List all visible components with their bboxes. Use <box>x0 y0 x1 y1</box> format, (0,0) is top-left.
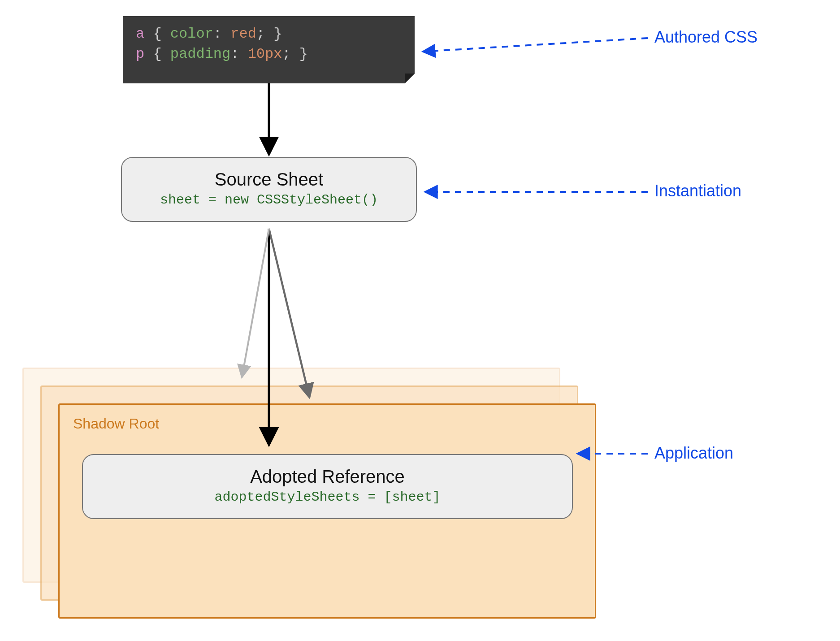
arrow-annotation-authored <box>424 38 648 52</box>
css-selector: p <box>136 46 144 62</box>
shadow-root-card-front: Shadow Root Adopted Reference adoptedSty… <box>58 403 596 619</box>
css-value: red <box>230 26 256 42</box>
adopted-reference-code: adoptedStyleSheets = [sheet] <box>92 489 563 505</box>
source-sheet-title: Source Sheet <box>131 169 407 190</box>
css-value: 10px <box>248 46 282 62</box>
css-brace: { <box>144 46 170 62</box>
css-property: padding <box>170 46 230 62</box>
css-colon: : <box>213 26 230 42</box>
css-colon: : <box>230 46 247 62</box>
code-line-1: a { color: red; } <box>136 24 402 44</box>
arrow-source-to-back <box>242 229 269 377</box>
diagram-stage: a { color: red; } p { padding: 10px; } S… <box>0 0 840 641</box>
annotation-application: Application <box>654 444 733 463</box>
css-property: color <box>170 26 213 42</box>
css-end: ; } <box>256 26 282 42</box>
css-brace: { <box>144 26 170 42</box>
adopted-reference-node: Adopted Reference adoptedStyleSheets = [… <box>82 454 573 519</box>
css-end: ; } <box>282 46 308 62</box>
code-line-2: p { padding: 10px; } <box>136 44 402 65</box>
shadow-root-label: Shadow Root <box>73 416 581 432</box>
annotation-instantiation: Instantiation <box>654 182 741 200</box>
source-sheet-code: sheet = new CSSStyleSheet() <box>131 192 407 208</box>
css-selector: a <box>136 26 144 42</box>
annotation-authored-css: Authored CSS <box>654 28 758 47</box>
dog-ear-shadow-icon <box>405 74 415 83</box>
shadow-root-stack: Shadow Root Adopted Reference adoptedSty… <box>22 368 560 583</box>
adopted-reference-title: Adopted Reference <box>92 467 563 487</box>
authored-css-code-block: a { color: red; } p { padding: 10px; } <box>123 16 415 83</box>
source-sheet-node: Source Sheet sheet = new CSSStyleSheet() <box>121 157 417 222</box>
